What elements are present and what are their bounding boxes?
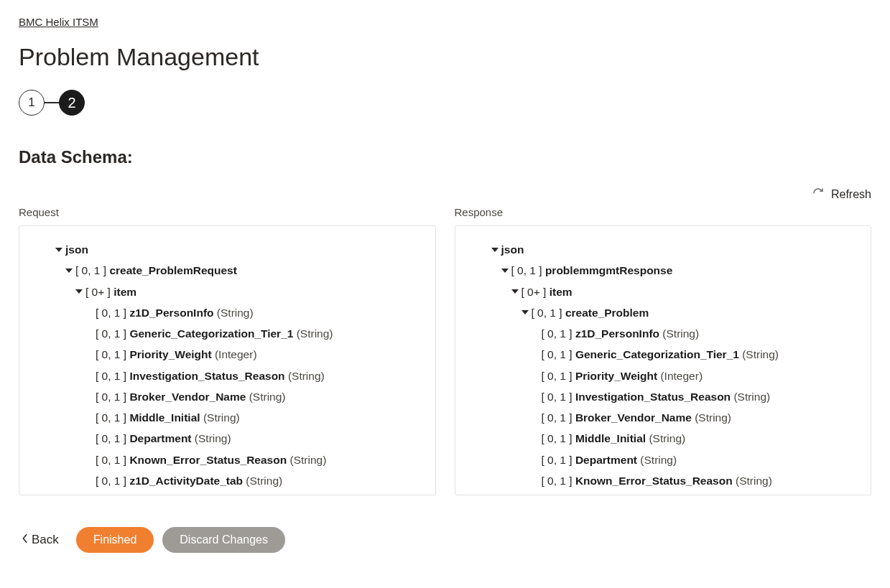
- chevron-down-icon[interactable]: [52, 246, 65, 254]
- schema-field-name: Middle_Initial: [129, 411, 200, 424]
- refresh-button[interactable]: Refresh: [19, 187, 871, 202]
- schema-field-type: (String): [739, 348, 779, 360]
- schema-field-type: (String): [214, 307, 254, 319]
- schema-field-type: (String): [192, 432, 231, 444]
- schema-row[interactable]: [ 0, 1 ] problemmgmtResponse: [463, 260, 864, 281]
- schema-field-type: (String): [246, 391, 285, 403]
- schema-row[interactable]: [ 0, 1 ] Department (String): [27, 428, 428, 449]
- schema-field-name: Known_Error_Status_Reason: [129, 454, 287, 466]
- schema-field-type: (String): [733, 475, 772, 487]
- schema-row[interactable]: [ 0+ ] item: [463, 281, 864, 302]
- schema-field-name: Department: [575, 454, 637, 466]
- discard-changes-button[interactable]: Discard Changes: [162, 527, 285, 553]
- schema-row[interactable]: [ 0, 1 ] Known_Error_Status_Reason (Stri…: [463, 470, 864, 491]
- refresh-label: Refresh: [831, 188, 871, 201]
- schema-row[interactable]: [ 0, 1 ] Generic_Categorization_Tier_1 (…: [27, 323, 428, 344]
- schema-row[interactable]: [ 0, 1 ] Department (String): [463, 449, 864, 470]
- schema-row[interactable]: [ 0, 1 ] Priority_Weight (Integer): [27, 344, 428, 365]
- schema-row[interactable]: [ 0, 1 ] Priority_Weight (Integer): [463, 365, 864, 386]
- schema-field-name: item: [113, 286, 136, 298]
- schema-field-name: Investigation_Status_Reason: [129, 370, 284, 382]
- section-title: Data Schema:: [19, 147, 871, 167]
- schema-cardinality: [ 0, 1 ]: [96, 327, 129, 340]
- schema-cardinality: [ 0, 1 ]: [96, 370, 129, 382]
- schema-row-text: [ 0+ ] item: [85, 284, 136, 300]
- step-connector: [45, 102, 59, 103]
- schema-field-name: create_Problem: [565, 307, 649, 319]
- schema-cardinality: [ 0, 1 ]: [96, 432, 129, 444]
- schema-field-type: (String): [637, 454, 677, 466]
- schema-cardinality: [ 0, 1 ]: [542, 391, 575, 403]
- schema-row[interactable]: [ 0+ ] item: [27, 281, 428, 302]
- response-schema-box[interactable]: json[ 0, 1 ] problemmgmtResponse[ 0+ ] i…: [455, 225, 872, 495]
- schema-cardinality: [ 0, 1 ]: [542, 475, 575, 487]
- schema-row[interactable]: [ 0, 1 ] z1D_ActivityDate_tab (String): [27, 470, 428, 491]
- schema-field-name: z1D_PersonInfo: [129, 307, 213, 319]
- schema-row-text: [ 0, 1 ] problemmgmtResponse: [511, 262, 673, 279]
- schema-row-text: [ 0, 1 ] Middle_Initial (String): [96, 409, 240, 426]
- schema-field-name: Broker_Vendor_Name: [129, 391, 246, 403]
- schema-field-name: json: [65, 243, 88, 256]
- schema-row[interactable]: [ 0, 1 ] create_Problem: [463, 302, 864, 323]
- schema-row-text: [ 0, 1 ] z1D_ActivityDate_tab (String): [96, 472, 282, 489]
- schema-cardinality: [ 0, 1 ]: [542, 370, 575, 382]
- schema-row-text: [ 0, 1 ] Known_Error_Status_Reason (Stri…: [542, 472, 772, 489]
- breadcrumb: BMC Helix ITSM: [19, 16, 871, 29]
- step-2[interactable]: 2: [59, 90, 85, 116]
- request-schema-box[interactable]: json[ 0, 1 ] create_ProblemRequest[ 0+ ]…: [19, 225, 436, 495]
- schema-row[interactable]: [ 0, 1 ] create_ProblemRequest: [27, 260, 428, 281]
- schema-row[interactable]: [ 0, 1 ] Middle_Initial (String): [27, 407, 428, 428]
- schema-row[interactable]: [ 0, 1 ] Broker_Vendor_Name (String): [463, 407, 864, 428]
- finished-button[interactable]: Finished: [76, 527, 154, 553]
- schema-row-text: [ 0, 1 ] Priority_Weight (Integer): [96, 346, 257, 363]
- svg-marker-2: [75, 289, 83, 294]
- schema-field-type: (String): [659, 327, 699, 340]
- schema-row[interactable]: json: [463, 239, 864, 260]
- schema-row[interactable]: [ 0, 1 ] z1D_PersonInfo (String): [463, 323, 864, 344]
- chevron-down-icon[interactable]: [73, 287, 85, 296]
- svg-marker-3: [491, 248, 499, 252]
- schema-row-text: [ 0, 1 ] Broker_Vendor_Name (String): [542, 409, 731, 426]
- schema-row-text: json: [501, 241, 524, 258]
- chevron-down-icon[interactable]: [488, 246, 501, 254]
- schema-cardinality: [ 0, 1 ]: [96, 454, 129, 466]
- schema-row[interactable]: [ 0, 1 ] Investigation_Status_Reason (St…: [27, 365, 428, 386]
- schema-field-type: (String): [731, 391, 770, 403]
- schema-row-text: [ 0, 1 ] Department (String): [96, 430, 231, 447]
- chevron-down-icon[interactable]: [519, 308, 532, 317]
- back-label: Back: [32, 533, 59, 547]
- chevron-down-icon[interactable]: [499, 266, 511, 275]
- back-button[interactable]: Back: [19, 528, 68, 551]
- schema-row[interactable]: [ 0, 1 ] Known_Error_Status_Reason (Stri…: [27, 449, 428, 470]
- schema-field-name: item: [550, 286, 573, 298]
- schema-row-text: [ 0, 1 ] Middle_Initial (String): [542, 430, 686, 447]
- schema-row[interactable]: [ 0, 1 ] z1D_PersonInfo (String): [27, 302, 428, 323]
- schema-cardinality: [ 0, 1 ]: [542, 327, 575, 340]
- schema-row-text: [ 0, 1 ] Department (String): [542, 452, 677, 468]
- schema-field-name: problemmgmtResponse: [545, 264, 672, 276]
- schema-field-type: (Integer): [212, 348, 257, 360]
- schema-cardinality: [ 0, 1 ]: [96, 475, 129, 487]
- chevron-down-icon[interactable]: [509, 287, 522, 296]
- schema-field-name: json: [501, 243, 524, 256]
- chevron-down-icon[interactable]: [62, 266, 75, 275]
- schema-field-name: Middle_Initial: [575, 432, 646, 444]
- schema-row[interactable]: json: [27, 239, 428, 260]
- breadcrumb-link[interactable]: BMC Helix ITSM: [19, 16, 98, 28]
- schema-row-text: [ 0, 1 ] z1D_PersonInfo (String): [542, 325, 700, 342]
- schema-row-text: [ 0, 1 ] Generic_Categorization_Tier_1 (…: [96, 325, 333, 342]
- schema-row[interactable]: [ 0, 1 ] Broker_Vendor_Name (String): [27, 386, 428, 407]
- schema-row[interactable]: [ 0, 1 ] Generic_Categorization_Tier_1 (…: [463, 344, 864, 365]
- schema-row-text: [ 0+ ] item: [522, 284, 573, 300]
- schema-row[interactable]: [ 0, 1 ] Investigation_Status_Reason (St…: [463, 386, 864, 407]
- schema-row[interactable]: [ 0, 1 ] Middle_Initial (String): [463, 428, 864, 449]
- schema-cardinality: [ 0, 1 ]: [96, 307, 129, 319]
- step-1[interactable]: 1: [19, 90, 45, 116]
- schema-row-text: json: [65, 241, 88, 258]
- schema-field-type: (String): [287, 454, 326, 466]
- svg-marker-0: [55, 248, 62, 252]
- schema-row-text: [ 0, 1 ] create_Problem: [532, 304, 649, 321]
- schema-cardinality: [ 0, 1 ]: [96, 411, 129, 424]
- schema-field-name: Priority_Weight: [129, 348, 211, 360]
- schema-cardinality: [ 0, 1 ]: [542, 348, 575, 360]
